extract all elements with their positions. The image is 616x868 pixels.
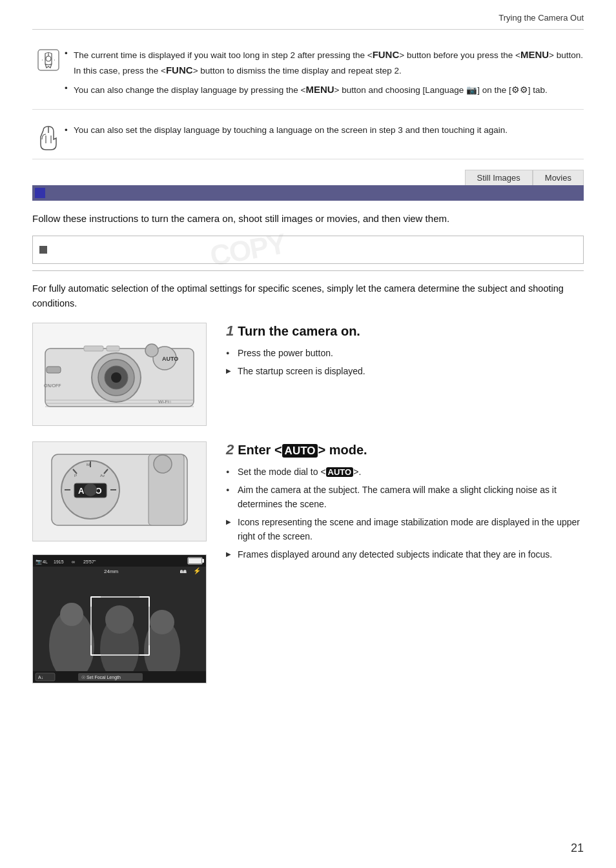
svg-text:AUTO: AUTO — [162, 356, 178, 362]
step-2-dial-image: AUTO M Av P — [32, 441, 207, 541]
note-content-1: The current time is displayed if you wai… — [65, 47, 584, 101]
page-container: Trying the Camera Out The current time i… — [0, 0, 616, 868]
note-content-2: You can also set the display language by… — [65, 124, 584, 141]
step-1-block: AUTO ON/OFF Wi-Fi○ — [32, 323, 584, 426]
svg-point-34 — [84, 483, 97, 496]
page-number: 21 — [571, 842, 584, 855]
watermark: COPY — [207, 227, 287, 272]
svg-text:☉ Set Focal Length: ☉ Set Focal Length — [81, 675, 121, 680]
main-description: Follow these instructions to turn the ca… — [32, 211, 584, 227]
note-bullet-2-1: You can also set the display language by… — [65, 124, 584, 137]
svg-text:ON/OFF: ON/OFF — [44, 383, 61, 388]
section-header-bar: COPY — [32, 236, 584, 264]
step-1-bullet-1: Press the power button. — [226, 346, 584, 360]
svg-text:⚡: ⚡ — [193, 567, 201, 575]
step-2-bullets: Set the mode dial to <AUTO>. Aim the cam… — [226, 465, 584, 561]
svg-point-49 — [60, 603, 83, 626]
note-section-1: The current time is displayed if you wai… — [32, 39, 584, 110]
step-2-bullet-4: Frames displayed around any detected sub… — [226, 547, 584, 561]
svg-text:M: M — [87, 463, 90, 467]
touch-icon — [32, 124, 65, 151]
movies-label: Movies — [533, 170, 584, 185]
svg-text:🏘: 🏘 — [180, 567, 187, 574]
note-bullet-1-1: The current time is displayed if you wai… — [65, 47, 584, 78]
svg-text:📷: 📷 — [36, 558, 42, 565]
svg-rect-43 — [202, 559, 204, 563]
step-2-title-text: Enter <AUTO> mode. — [238, 443, 367, 458]
still-images-label: Still Images — [465, 170, 533, 185]
svg-point-51 — [105, 605, 134, 634]
pencil-icon — [32, 47, 65, 72]
mode-bar-labels: Still Images Movies — [32, 170, 584, 185]
step-2-images: AUTO M Av P — [32, 441, 213, 683]
step-1-camera-image: AUTO ON/OFF Wi-Fi○ — [32, 323, 207, 426]
svg-text:24mm: 24mm — [104, 569, 119, 574]
step-1-title-text: Turn the camera on. — [238, 324, 360, 339]
svg-text:∞: ∞ — [72, 560, 75, 564]
svg-text:A↓: A↓ — [38, 675, 43, 680]
step-2-screen-image: 📷 4L 1915 ∞ 25'57" 24mm 🏘 ⚡ — [32, 554, 207, 683]
svg-rect-11 — [46, 367, 61, 373]
svg-point-14 — [145, 344, 158, 357]
svg-point-1 — [46, 56, 51, 61]
auto-description: For fully automatic selection of the opt… — [32, 281, 584, 311]
svg-text:Av: Av — [100, 474, 105, 478]
svg-rect-44 — [189, 558, 201, 563]
step-1-number: 1 — [226, 323, 234, 339]
svg-rect-16 — [107, 346, 119, 351]
step-2-bullet-3: Icons representing the scene and image s… — [226, 515, 584, 544]
step-2-number: 2 — [226, 441, 234, 458]
note-bullet-1-2: You can also change the display language… — [65, 82, 584, 97]
svg-text:P: P — [74, 474, 77, 478]
screen-content: 📷 4L 1915 ∞ 25'57" 24mm 🏘 ⚡ — [33, 555, 206, 683]
step-2-bullet-2: Aim the camera at the subject. The camer… — [226, 483, 584, 512]
step-1-bullets: Press the power button. The startup scre… — [226, 346, 584, 378]
step-2-title: 2 Enter <AUTO> mode. — [226, 441, 584, 458]
mode-bar — [32, 185, 584, 201]
step-2-bullet-1: Set the mode dial to <AUTO>. — [226, 465, 584, 479]
svg-text:4L: 4L — [43, 560, 48, 564]
note-section-2: You can also set the display language by… — [32, 116, 584, 159]
page-header: Trying the Camera Out — [32, 13, 584, 30]
step-1-content: 1 Turn the camera on. Press the power bu… — [226, 323, 584, 381]
svg-point-8 — [111, 372, 121, 383]
svg-point-53 — [150, 610, 174, 634]
section-divider — [32, 270, 584, 271]
svg-rect-15 — [84, 346, 103, 351]
mode-bar-square — [35, 188, 45, 198]
step-1-bullet-2: The startup screen is displayed. — [226, 364, 584, 378]
step-2-block: AUTO M Av P — [32, 441, 584, 683]
svg-text:25'57": 25'57" — [83, 560, 96, 564]
svg-text:1915: 1915 — [54, 560, 64, 564]
step-1-image: AUTO ON/OFF Wi-Fi○ — [32, 323, 213, 426]
step-1-title: 1 Turn the camera on. — [226, 323, 584, 339]
page-title: Trying the Camera Out — [498, 13, 584, 23]
svg-point-33 — [154, 455, 172, 473]
step-2-content: 2 Enter <AUTO> mode. Set the mode dial t… — [226, 441, 584, 565]
section-square-icon — [39, 246, 47, 254]
